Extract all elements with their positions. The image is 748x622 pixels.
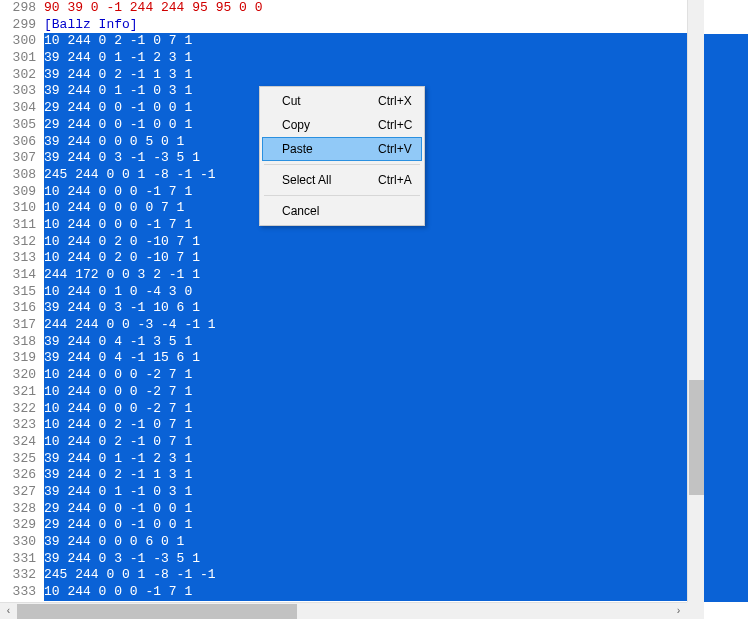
editor-window: 29890 39 0 -1 244 244 95 95 0 0299[Ballz…: [0, 0, 748, 622]
menu-item-select-all[interactable]: Select AllCtrl+A: [262, 168, 422, 192]
editor-line[interactable]: 30239 244 0 2 -1 1 3 1: [0, 67, 687, 84]
line-content[interactable]: 39 244 0 3 -1 -3 5 1: [44, 551, 687, 568]
line-number: 312: [0, 234, 44, 251]
line-content[interactable]: 245 244 0 0 1 -8 -1 -1: [44, 567, 687, 584]
line-number: 326: [0, 467, 44, 484]
editor-line[interactable]: 33310 244 0 0 0 -1 7 1: [0, 584, 687, 601]
context-menu: CutCtrl+XCopyCtrl+CPasteCtrl+VSelect All…: [259, 86, 425, 226]
line-content[interactable]: 10 244 0 2 0 -10 7 1: [44, 250, 687, 267]
editor-line[interactable]: 32639 244 0 2 -1 1 3 1: [0, 467, 687, 484]
editor-line[interactable]: 317244 244 0 0 -3 -4 -1 1: [0, 317, 687, 334]
editor-line[interactable]: 31310 244 0 2 0 -10 7 1: [0, 250, 687, 267]
line-number: 310: [0, 200, 44, 217]
line-number: 308: [0, 167, 44, 184]
line-content[interactable]: 10 244 0 1 0 -4 3 0: [44, 284, 687, 301]
editor-line[interactable]: 30010 244 0 2 -1 0 7 1: [0, 33, 687, 50]
scroll-left-arrow-icon[interactable]: ‹: [0, 603, 17, 620]
line-content[interactable]: 29 244 0 0 -1 0 0 1: [44, 501, 687, 518]
line-content[interactable]: 39 244 0 1 -1 2 3 1: [44, 50, 687, 67]
line-number: 330: [0, 534, 44, 551]
editor-line[interactable]: 314244 172 0 0 3 2 -1 1: [0, 267, 687, 284]
scrollbar-corner: [687, 602, 704, 619]
line-number: 303: [0, 83, 44, 100]
menu-item-label: Copy: [282, 118, 368, 132]
menu-item-shortcut: Ctrl+X: [368, 94, 418, 108]
line-content[interactable]: 39 244 0 1 -1 2 3 1: [44, 451, 687, 468]
editor-line[interactable]: 29890 39 0 -1 244 244 95 95 0 0: [0, 0, 687, 17]
horizontal-scrollbar[interactable]: ‹ ›: [0, 602, 687, 619]
line-content[interactable]: 10 244 0 2 -1 0 7 1: [44, 417, 687, 434]
editor-line[interactable]: 33039 244 0 0 0 6 0 1: [0, 534, 687, 551]
menu-item-copy[interactable]: CopyCtrl+C: [262, 113, 422, 137]
editor-line[interactable]: 32829 244 0 0 -1 0 0 1: [0, 501, 687, 518]
line-content[interactable]: 39 244 0 0 0 6 0 1: [44, 534, 687, 551]
line-number: 307: [0, 150, 44, 167]
line-number: 320: [0, 367, 44, 384]
line-number: 309: [0, 184, 44, 201]
editor-line[interactable]: 332245 244 0 0 1 -8 -1 -1: [0, 567, 687, 584]
line-content[interactable]: 39 244 0 2 -1 1 3 1: [44, 467, 687, 484]
line-content[interactable]: 10 244 0 0 0 -2 7 1: [44, 367, 687, 384]
line-content[interactable]: 10 244 0 0 0 -2 7 1: [44, 401, 687, 418]
line-content[interactable]: 10 244 0 2 -1 0 7 1: [44, 434, 687, 451]
line-number: 313: [0, 250, 44, 267]
editor-line[interactable]: 30139 244 0 1 -1 2 3 1: [0, 50, 687, 67]
horizontal-scrollbar-thumb[interactable]: [17, 604, 297, 619]
line-content[interactable]: 244 244 0 0 -3 -4 -1 1: [44, 317, 687, 334]
editor-line[interactable]: 32539 244 0 1 -1 2 3 1: [0, 451, 687, 468]
editor-line[interactable]: 32739 244 0 1 -1 0 3 1: [0, 484, 687, 501]
line-number: 300: [0, 33, 44, 50]
right-margin-top: [704, 0, 748, 34]
line-content[interactable]: 39 244 0 2 -1 1 3 1: [44, 67, 687, 84]
menu-item-label: Cut: [282, 94, 368, 108]
line-content[interactable]: 10 244 0 2 0 -10 7 1: [44, 234, 687, 251]
editor-line[interactable]: 32310 244 0 2 -1 0 7 1: [0, 417, 687, 434]
menu-item-label: Paste: [282, 142, 368, 156]
line-content[interactable]: 39 244 0 1 -1 0 3 1: [44, 484, 687, 501]
menu-item-label: Cancel: [282, 204, 368, 218]
line-content[interactable]: 10 244 0 0 0 -1 7 1: [44, 584, 687, 601]
line-content[interactable]: 39 244 0 4 -1 15 6 1: [44, 350, 687, 367]
editor-line[interactable]: 33139 244 0 3 -1 -3 5 1: [0, 551, 687, 568]
menu-item-cut[interactable]: CutCtrl+X: [262, 89, 422, 113]
editor-line[interactable]: 32929 244 0 0 -1 0 0 1: [0, 517, 687, 534]
line-content[interactable]: [Ballz Info]: [44, 17, 687, 34]
line-content[interactable]: 29 244 0 0 -1 0 0 1: [44, 517, 687, 534]
menu-item-paste[interactable]: PasteCtrl+V: [262, 137, 422, 161]
line-number: 324: [0, 434, 44, 451]
line-number: 332: [0, 567, 44, 584]
line-content[interactable]: 10 244 0 2 -1 0 7 1: [44, 33, 687, 50]
editor-line[interactable]: 32110 244 0 0 0 -2 7 1: [0, 384, 687, 401]
menu-separator: [264, 164, 420, 165]
menu-item-shortcut: Ctrl+C: [368, 118, 418, 132]
menu-item-cancel[interactable]: Cancel: [262, 199, 422, 223]
vertical-scrollbar-thumb[interactable]: [689, 380, 704, 495]
line-number: 321: [0, 384, 44, 401]
editor-line[interactable]: 31839 244 0 4 -1 3 5 1: [0, 334, 687, 351]
line-content[interactable]: 90 39 0 -1 244 244 95 95 0 0: [44, 0, 687, 17]
editor-line[interactable]: 31639 244 0 3 -1 10 6 1: [0, 300, 687, 317]
line-number: 302: [0, 67, 44, 84]
line-number: 298: [0, 0, 44, 17]
scroll-right-arrow-icon[interactable]: ›: [670, 603, 687, 620]
line-number: 318: [0, 334, 44, 351]
line-content[interactable]: 10 244 0 0 0 -2 7 1: [44, 384, 687, 401]
editor-line[interactable]: 31510 244 0 1 0 -4 3 0: [0, 284, 687, 301]
line-number: 315: [0, 284, 44, 301]
line-number: 305: [0, 117, 44, 134]
line-number: 304: [0, 100, 44, 117]
line-content[interactable]: 244 172 0 0 3 2 -1 1: [44, 267, 687, 284]
line-content[interactable]: 39 244 0 4 -1 3 5 1: [44, 334, 687, 351]
editor-line[interactable]: 32210 244 0 0 0 -2 7 1: [0, 401, 687, 418]
editor-line[interactable]: 31210 244 0 2 0 -10 7 1: [0, 234, 687, 251]
line-content[interactable]: 39 244 0 3 -1 10 6 1: [44, 300, 687, 317]
line-number: 322: [0, 401, 44, 418]
editor-line[interactable]: 299[Ballz Info]: [0, 17, 687, 34]
vertical-scrollbar[interactable]: [687, 0, 704, 602]
editor-line[interactable]: 32410 244 0 2 -1 0 7 1: [0, 434, 687, 451]
menu-item-label: Select All: [282, 173, 368, 187]
line-number: 314: [0, 267, 44, 284]
editor-line[interactable]: 31939 244 0 4 -1 15 6 1: [0, 350, 687, 367]
menu-item-shortcut: Ctrl+V: [368, 142, 418, 156]
editor-line[interactable]: 32010 244 0 0 0 -2 7 1: [0, 367, 687, 384]
